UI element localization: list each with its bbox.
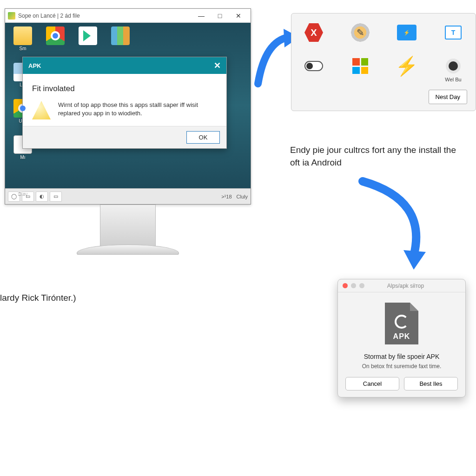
apk-dialog-header[interactable]: APK ✕ (23, 57, 226, 74)
confirm-button[interactable]: Best lles (404, 377, 458, 390)
panel-app[interactable]: Wel Bu (439, 55, 467, 82)
desktop-icon[interactable] (41, 26, 69, 60)
cancel-button[interactable]: Cancel (345, 377, 399, 390)
apk-dialog-header-text: APK (28, 62, 41, 69)
bars-icon (111, 26, 130, 45)
chrome-icon (46, 26, 65, 45)
panel-app[interactable]: ✎ (346, 22, 374, 43)
traffic-light-max-icon[interactable] (359, 283, 364, 288)
desktop-icon[interactable]: Sm (9, 26, 37, 60)
desktop-icon-label: Sm (20, 46, 26, 51)
tools-icon: ✎ (350, 22, 371, 43)
mac-dialog-subtext: On betox fnt suremıde faxt time. (347, 363, 456, 370)
play-icon (79, 26, 97, 45)
app-icon (8, 12, 15, 20)
minimize-button[interactable]: — (192, 9, 211, 22)
close-icon[interactable]: ✕ (214, 60, 221, 71)
monitor-stand (100, 205, 156, 246)
desktop-icon-label: Mı (20, 155, 25, 160)
folder-icon (13, 26, 32, 45)
desktop-icon[interactable]: Dıev (9, 172, 37, 205)
webcam-icon (443, 55, 464, 77)
panel-app[interactable]: ⚡ (393, 55, 421, 82)
x-icon: X (303, 22, 324, 43)
caption-text: lardy Rick Tirónter.) (0, 293, 76, 303)
windows-titlebar[interactable]: Sope on Lancé | 2 ád file — □ ✕ (5, 9, 251, 23)
bolt-icon: ⚡ (396, 55, 417, 77)
ok-button[interactable]: OK (186, 131, 220, 144)
traffic-light-min-icon[interactable] (351, 283, 356, 288)
desktop-icon-label: Dıev (18, 191, 28, 196)
warning-icon (32, 101, 51, 119)
apk-dialog-title: Fit involated (32, 84, 217, 93)
arrow-down-icon (353, 172, 437, 274)
desktop-icon[interactable] (106, 26, 134, 60)
toggle-icon (303, 55, 324, 77)
panel-app[interactable] (346, 55, 374, 82)
panel-app[interactable] (439, 22, 467, 43)
mac-dialog-title: Alps/apk siітор (364, 283, 461, 289)
close-button[interactable]: ✕ (229, 9, 248, 22)
maximize-button[interactable]: □ (211, 9, 229, 22)
instruction-text: Endy pie jour cultrcs fort any the insta… (290, 144, 457, 169)
panel-app[interactable] (393, 22, 421, 43)
panel-app[interactable] (300, 55, 328, 82)
panel-app[interactable]: X (300, 22, 328, 43)
apk-dialog: APK ✕ Fit involated Wirnt of top app tho… (22, 57, 227, 149)
next-button[interactable]: Nest Day (429, 90, 467, 104)
mac-dialog: Alps/apk siітор APK Stormat by file spoe… (337, 279, 466, 397)
apk-dialog-message: Wirnt of top app those this s apps stall… (58, 101, 217, 119)
monitor-base (77, 245, 179, 255)
panel-app-label: Wel Bu (445, 77, 461, 82)
microsoft-icon (350, 55, 371, 77)
folder-flash-icon (396, 22, 417, 43)
window-title: Sope on Lancé | 2 ád file (18, 13, 192, 19)
mac-dialog-heading: Stormat by file spoeir APK (347, 353, 456, 360)
mac-titlebar[interactable]: Alps/apk siітор (338, 279, 465, 292)
apk-file-icon: APK (385, 303, 418, 344)
window-t-icon (443, 22, 464, 43)
desktop-icon[interactable] (74, 26, 102, 60)
apps-panel: X✎⚡Wel Bu Nest Day (291, 13, 476, 111)
traffic-light-close-icon[interactable] (343, 283, 348, 288)
